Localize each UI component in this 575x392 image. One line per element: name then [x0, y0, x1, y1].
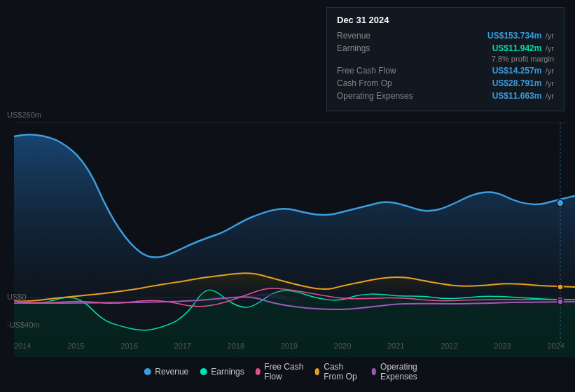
x-label-2022: 2022 [441, 342, 457, 350]
y-axis-top-label: US$260m [7, 111, 41, 119]
legend-item-revenue[interactable]: Revenue [144, 367, 188, 377]
legend-dot-revenue [144, 368, 151, 375]
tooltip-box: Dec 31 2024 Revenue US$153.734m /yr Earn… [326, 7, 564, 111]
svg-point-8 [557, 299, 563, 304]
legend-label-opex: Operating Expenses [380, 362, 431, 382]
legend-label-earnings: Earnings [211, 367, 244, 377]
y-axis-neg-label: -US$40m [7, 321, 39, 329]
tooltip-row-profit-margin: 7.8% profit margin [337, 55, 554, 63]
tooltip-row-earnings: Earnings US$11.942m /yr [337, 43, 554, 53]
x-axis: 2014 2015 2016 2017 2018 2019 2020 2021 … [14, 342, 564, 350]
x-label-2018: 2018 [228, 342, 244, 350]
x-label-2021: 2021 [387, 342, 404, 350]
tooltip-value-revenue: US$153.734m /yr [487, 31, 554, 41]
tooltip-value-earnings: US$11.942m /yr [492, 43, 554, 53]
tooltip-value-fcf: US$14.257m /yr [492, 66, 554, 76]
svg-point-7 [557, 284, 563, 290]
x-label-2014: 2014 [14, 342, 31, 350]
tooltip-date: Dec 31 2024 [337, 15, 554, 25]
profit-margin-label: 7.8% profit margin [492, 55, 554, 63]
legend-label-cashfromop: Cash From Op [324, 362, 360, 382]
x-label-2017: 2017 [174, 342, 190, 350]
tooltip-row-fcf: Free Cash Flow US$14.257m /yr [337, 66, 554, 76]
tooltip-label-revenue: Revenue [337, 31, 421, 41]
tooltip-value-cashfromop: US$28.791m /yr [492, 78, 554, 88]
tooltip-row-opex: Operating Expenses US$11.663m /yr [337, 91, 554, 101]
x-label-2020: 2020 [334, 342, 351, 350]
tooltip-label-fcf: Free Cash Flow [337, 66, 421, 76]
legend-item-earnings[interactable]: Earnings [200, 367, 244, 377]
tooltip-row-revenue: Revenue US$153.734m /yr [337, 31, 554, 41]
tooltip-label-cashfromop: Cash From Op [337, 78, 421, 88]
x-label-2019: 2019 [281, 342, 298, 350]
legend-label-revenue: Revenue [155, 367, 188, 377]
y-axis-mid-label: US$0 [7, 293, 27, 301]
x-label-2023: 2023 [494, 342, 511, 350]
svg-point-4 [557, 200, 564, 206]
chart-legend: Revenue Earnings Free Cash Flow Cash Fro… [144, 362, 431, 382]
chart-container: US$260m US$0 -US$40m 2014 2015 2016 2017… [0, 0, 575, 392]
tooltip-value-opex: US$11.663m /yr [492, 91, 554, 101]
legend-dot-fcf [256, 368, 261, 375]
legend-item-opex[interactable]: Operating Expenses [371, 362, 431, 382]
tooltip-label-earnings: Earnings [337, 43, 421, 53]
legend-item-fcf[interactable]: Free Cash Flow [256, 362, 304, 382]
x-label-2016: 2016 [120, 342, 137, 350]
legend-label-fcf: Free Cash Flow [264, 362, 303, 382]
x-label-2015: 2015 [67, 342, 84, 350]
legend-dot-opex [371, 368, 376, 375]
legend-item-cashfromop[interactable]: Cash From Op [315, 362, 361, 382]
x-label-2024: 2024 [547, 342, 564, 350]
tooltip-label-opex: Operating Expenses [337, 91, 421, 101]
tooltip-row-cashfromop: Cash From Op US$28.791m /yr [337, 78, 554, 88]
legend-dot-earnings [200, 368, 207, 375]
legend-dot-cashfromop [315, 368, 320, 375]
